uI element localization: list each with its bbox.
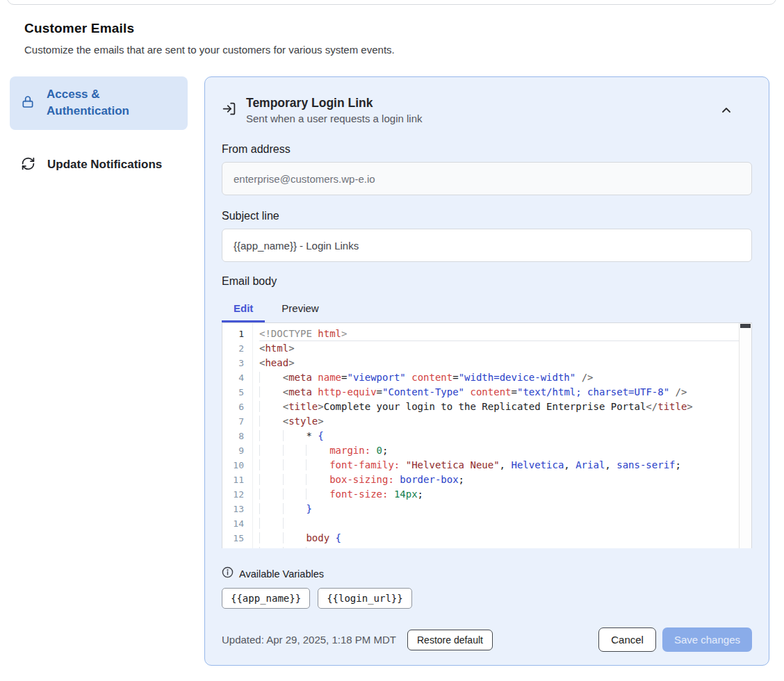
sidebar: Access & Authentication Update Notificat… <box>10 76 188 183</box>
panel-title: Temporary Login Link <box>246 96 709 110</box>
info-icon <box>222 566 234 581</box>
sidebar-item-access-authentication[interactable]: Access & Authentication <box>10 76 188 130</box>
code-line[interactable]: <html> <box>259 341 751 356</box>
line-number: 6 <box>222 400 252 414</box>
line-number: 5 <box>222 385 252 400</box>
line-number: 3 <box>222 356 252 370</box>
code-line[interactable]: * { <box>259 429 751 443</box>
code-line[interactable]: <title>Complete your login to the Replic… <box>259 400 751 414</box>
panel-header: Temporary Login Link Sent when a user re… <box>222 96 752 124</box>
code-line[interactable]: <meta http-equiv="Content-Type" content=… <box>259 385 751 400</box>
updated-timestamp: Updated: Apr 29, 2025, 1:18 PM MDT <box>222 634 396 646</box>
restore-default-button[interactable]: Restore default <box>407 630 493 650</box>
from-address-input[interactable] <box>222 162 752 195</box>
email-settings-panel: Temporary Login Link Sent when a user re… <box>204 76 769 666</box>
code-line[interactable] <box>259 516 751 531</box>
page-title: Customer Emails <box>24 21 395 36</box>
code-line[interactable]: <!DOCTYPE html> <box>259 327 751 341</box>
tab-edit[interactable]: Edit <box>222 296 265 322</box>
line-number: 9 <box>222 443 252 458</box>
code-line[interactable]: margin: 0; <box>259 443 751 458</box>
code-line[interactable]: background-color: #f9f9f9; <box>259 545 751 548</box>
available-variables-label: Available Variables <box>239 568 324 580</box>
line-number: 8 <box>222 429 252 443</box>
editor-scrollbar-thumb[interactable] <box>740 324 751 328</box>
code-line[interactable]: font-size: 14px; <box>259 487 751 502</box>
page-header: Customer Emails Customize the emails tha… <box>24 21 395 56</box>
email-body-label: Email body <box>222 275 752 288</box>
line-number: 14 <box>222 516 252 531</box>
cancel-button[interactable]: Cancel <box>598 627 656 652</box>
variable-chips: {{app_name}}{{login_url}} <box>222 588 752 609</box>
line-number: 12 <box>222 487 252 502</box>
line-number: 7 <box>222 414 252 429</box>
code-editor[interactable]: 12345678910111213141516 <!DOCTYPE html><… <box>222 322 752 548</box>
line-number: 15 <box>222 531 252 545</box>
code-line[interactable]: <head> <box>259 356 751 370</box>
from-address-label: From address <box>222 143 752 156</box>
line-number: 1 <box>222 327 252 341</box>
tab-preview[interactable]: Preview <box>270 296 330 322</box>
panel-subtitle: Sent when a user requests a login link <box>246 113 709 124</box>
code-line[interactable]: <meta name="viewport" content="width=dev… <box>259 370 751 385</box>
editor-gutter: 12345678910111213141516 <box>222 323 253 548</box>
panel-footer: Updated: Apr 29, 2025, 1:18 PM MDT Resto… <box>222 627 752 652</box>
code-line[interactable]: <style> <box>259 414 751 429</box>
subject-line-label: Subject line <box>222 210 752 222</box>
page-subtitle: Customize the emails that are sent to yo… <box>24 44 395 56</box>
line-number: 4 <box>222 370 252 385</box>
code-line[interactable]: body { <box>259 531 751 545</box>
subject-line-input[interactable] <box>222 229 752 262</box>
line-number: 11 <box>222 473 252 487</box>
sidebar-item-update-notifications[interactable]: Update Notifications <box>10 147 188 183</box>
lock-icon <box>21 95 35 112</box>
variable-chip[interactable]: {{app_name}} <box>222 588 310 609</box>
code-line[interactable]: } <box>259 502 751 516</box>
code-line[interactable]: font-family: "Helvetica Neue", Helvetica… <box>259 458 751 473</box>
save-changes-button[interactable]: Save changes <box>662 627 752 652</box>
refresh-icon <box>21 156 35 174</box>
code-line[interactable]: box-sizing: border-box; <box>259 473 751 487</box>
line-number: 2 <box>222 341 252 356</box>
editor-scrollbar[interactable] <box>739 323 751 548</box>
chevron-up-icon <box>721 105 731 115</box>
editor-code[interactable]: <!DOCTYPE html><html><head> <meta name="… <box>253 323 751 548</box>
available-variables-row: Available Variables <box>222 566 752 581</box>
line-number: 10 <box>222 458 252 473</box>
sidebar-item-label: Access & Authentication <box>47 86 177 120</box>
line-number: 16 <box>222 545 252 548</box>
variable-chip[interactable]: {{login_url}} <box>318 588 412 609</box>
previous-card-edge <box>7 0 776 5</box>
email-body-tabs: Edit Preview <box>222 296 752 322</box>
line-number: 13 <box>222 502 252 516</box>
login-icon <box>222 101 236 119</box>
collapse-button[interactable] <box>719 102 734 118</box>
sidebar-item-label: Update Notifications <box>47 156 162 173</box>
